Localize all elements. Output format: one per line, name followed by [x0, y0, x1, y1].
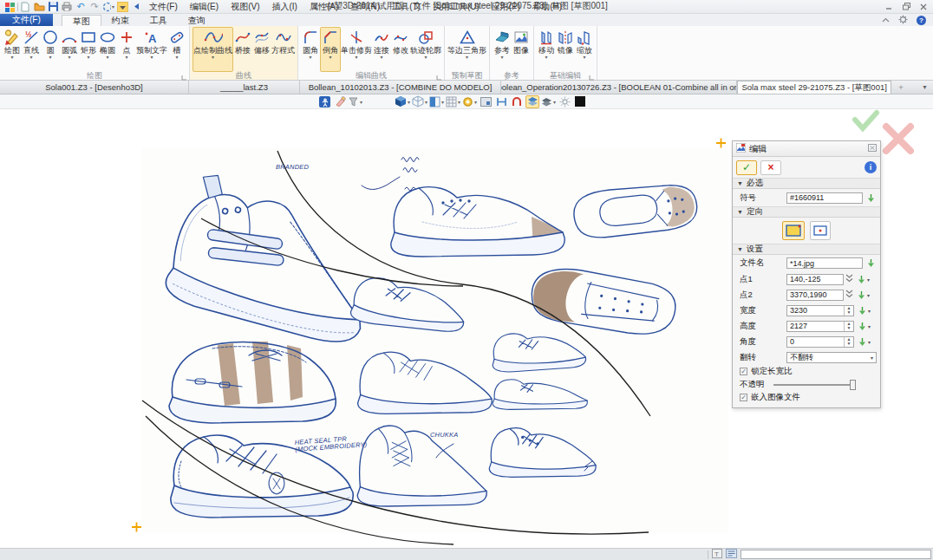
point1-input[interactable] — [786, 274, 844, 285]
edit-panel-header[interactable]: 编辑 — [733, 141, 880, 157]
ribbon-tab-tools[interactable]: 工具 — [140, 15, 178, 26]
eraser-pencil-icon[interactable] — [333, 95, 347, 108]
magnet-icon[interactable] — [510, 95, 524, 108]
clip-plane-icon[interactable] — [494, 95, 508, 108]
ribbon-tab-inquire[interactable]: 查询 — [178, 15, 216, 26]
print-icon[interactable] — [61, 1, 73, 12]
tab-list-dropdown-icon[interactable]: ▼ — [922, 84, 928, 90]
quick-dropdown-icon[interactable] — [116, 1, 128, 12]
ribbon-button-circle[interactable]: 圆▾ — [41, 27, 60, 72]
save-icon[interactable] — [47, 1, 59, 12]
ribbon-button-offset[interactable]: 偏移 — [252, 27, 271, 72]
ribbon-file-tab[interactable]: 文件(F) — [0, 14, 53, 26]
ribbon-button-ready-text[interactable]: A 预制文字▾ — [136, 27, 167, 72]
ribbon-button-equilateral-triangle[interactable]: 等边三角形▾ — [447, 27, 486, 72]
new-file-icon[interactable] — [19, 1, 31, 12]
view-navigation-icon[interactable]: ▾ — [102, 1, 114, 12]
cancel-button[interactable]: × — [760, 160, 781, 175]
insert-arrow-icon[interactable] — [857, 275, 866, 284]
menu-view[interactable]: 视图(V) — [225, 0, 265, 13]
restore-button[interactable] — [900, 2, 912, 11]
close-button[interactable] — [917, 2, 930, 11]
insert-arrow-icon[interactable] — [858, 322, 867, 331]
filter-icon[interactable]: ▾ — [349, 95, 362, 108]
exit-sketch-icon[interactable] — [317, 95, 331, 108]
ribbon-button-rectangle[interactable]: 矩形▾ — [79, 27, 98, 72]
section-settings[interactable]: ▼ 设置 — [733, 244, 880, 255]
dropdown-arrow-icon[interactable]: ▾ — [867, 292, 870, 298]
flip-select[interactable]: 不翻转 ▾ — [786, 352, 877, 363]
drawing-canvas[interactable]: BRANDED HEAT SEAL TPR (MOCK EMBROIDERY) … — [0, 109, 933, 548]
lock-aspect-checkbox[interactable]: ✓ — [740, 368, 747, 375]
ribbon-button-equation[interactable]: 方程式 — [271, 27, 295, 72]
orient-center-button[interactable] — [810, 221, 831, 240]
embed-image-checkbox[interactable]: ✓ — [740, 394, 747, 401]
ribbon-button-image[interactable]: 图像 — [512, 27, 531, 72]
layers-active-icon[interactable] — [525, 95, 539, 108]
doc-tab-active-sola-max-steel[interactable]: + Sola max steel 29-21075.Z3 - [草图001] × — [737, 81, 891, 94]
layers-dark-icon[interactable]: ▾ — [541, 95, 556, 108]
insert-arrow-icon[interactable] — [858, 337, 867, 347]
expand-chevrons-icon[interactable] — [845, 290, 853, 300]
insert-arrow-icon[interactable] — [858, 306, 867, 316]
ribbon-button-connect[interactable]: 连接▾ — [372, 27, 391, 72]
doc-tab-boolean-operation[interactable]: Boolean_Operation20130726.Z3 - [BOOLEAN … — [501, 81, 737, 94]
light-icon[interactable] — [558, 95, 571, 108]
command-list-icon[interactable] — [726, 549, 737, 560]
ribbon-button-move[interactable]: 移动▾ — [537, 27, 556, 72]
doc-tab-last[interactable]: _____last.Z3 — [189, 81, 300, 94]
shaded-display-icon[interactable]: ▾ — [395, 95, 410, 108]
menu-edit[interactable]: 编辑(E) — [184, 0, 225, 13]
dropdown-arrow-icon[interactable]: ▾ — [867, 277, 870, 283]
dialog-launcher-icon[interactable] — [436, 73, 442, 79]
command-input[interactable] — [741, 550, 931, 559]
insert-arrow-icon[interactable] — [857, 290, 866, 300]
filename-input[interactable] — [786, 257, 863, 269]
orient-two-point-button[interactable] — [782, 221, 805, 240]
black-color-swatch[interactable] — [573, 95, 587, 108]
section-orientation[interactable]: ▼ 定向 — [733, 206, 880, 218]
doc-tab-bollean[interactable]: Bollean_10102013.Z3 - [COMBINE DO MODELO… — [300, 81, 501, 94]
ribbon-button-slot[interactable]: 槽▾ — [167, 27, 186, 72]
ok-button[interactable]: ✓ — [736, 160, 757, 175]
spinner-control[interactable]: ▲▼ — [844, 337, 853, 347]
redo-icon[interactable]: ↷ — [88, 1, 101, 12]
minimize-button[interactable] — [883, 2, 895, 11]
ribbon-button-draw[interactable]: 绘图▾ — [3, 27, 22, 72]
ribbon-button-modify[interactable]: 修改 — [391, 27, 410, 72]
wireframe-display-icon[interactable]: ▾ — [412, 95, 427, 108]
open-file-icon[interactable] — [33, 1, 45, 12]
opacity-slider-thumb[interactable] — [850, 380, 856, 390]
new-doc-tab-button[interactable]: + — [891, 81, 910, 94]
ribbon-button-trace-profile[interactable]: 轨迹轮廓▾ — [410, 27, 441, 72]
dropdown-arrow-icon[interactable]: ▾ — [868, 323, 871, 329]
expand-chevrons-icon[interactable] — [845, 274, 853, 284]
ribbon-button-chamfer[interactable]: 倒角▾ — [320, 27, 341, 72]
insert-arrow-icon[interactable] — [866, 193, 876, 203]
settings-gear-icon[interactable] — [898, 15, 908, 26]
section-required[interactable]: ▼ 必选 — [733, 178, 880, 189]
ribbon-button-reference[interactable]: 参考▾ — [493, 27, 512, 72]
ribbon-button-mirror[interactable]: 镜像 — [556, 27, 575, 72]
collapse-ribbon-icon[interactable] — [882, 16, 890, 25]
insert-arrow-icon[interactable] — [866, 258, 876, 268]
spinner-control[interactable]: ▲▼ — [844, 306, 853, 316]
ribbon-tab-constraint[interactable]: 约束 — [101, 15, 140, 26]
half-shade-icon[interactable]: ▾ — [429, 95, 444, 108]
image-plane-icon[interactable] — [479, 95, 493, 108]
ribbon-button-arc[interactable]: 圆弧▾ — [60, 27, 79, 72]
help-icon[interactable]: ? — [917, 16, 926, 25]
ribbon-button-scale[interactable]: 缩放▾ — [575, 27, 594, 72]
undo-icon[interactable]: ↶ — [75, 1, 87, 12]
dropdown-arrow-icon[interactable]: ▾ — [868, 339, 871, 345]
panel-close-icon[interactable] — [868, 144, 877, 153]
symbol-input[interactable] — [786, 192, 863, 204]
dropdown-arrow-icon[interactable]: ▾ — [868, 308, 871, 314]
ribbon-button-point-curve[interactable]: 点绘制曲线▾ — [192, 27, 233, 72]
grid-icon[interactable]: ▾ — [446, 95, 460, 108]
ribbon-button-line[interactable]: ½ 直线▾ — [22, 27, 41, 72]
ribbon-button-point[interactable]: 点▾ — [117, 27, 136, 72]
collapse-toolbar-icon[interactable] — [130, 1, 142, 12]
spotlight-icon[interactable]: ▾ — [462, 95, 477, 108]
opacity-slider[interactable] — [773, 384, 853, 386]
